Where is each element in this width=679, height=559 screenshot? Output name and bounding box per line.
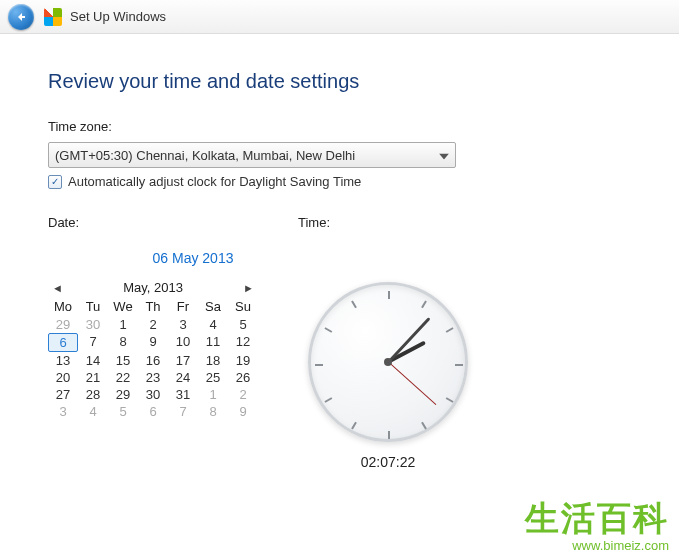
calendar-day: 5 [108, 403, 138, 420]
calendar-day[interactable]: 1 [108, 316, 138, 333]
calendar-weekday-header: Th [138, 297, 168, 316]
calendar-day[interactable]: 25 [198, 369, 228, 386]
calendar-day[interactable]: 11 [198, 333, 228, 352]
calendar-day[interactable]: 24 [168, 369, 198, 386]
calendar-month-label: May, 2013 [123, 280, 183, 295]
calendar-weekday-header: Fr [168, 297, 198, 316]
calendar-day[interactable]: 21 [78, 369, 108, 386]
clock-tick [388, 291, 390, 299]
calendar-grid: MoTuWeThFrSaSu29301234567891011121314151… [48, 297, 258, 420]
time-column: Time: [298, 215, 330, 250]
clock-second-hand [388, 362, 436, 406]
calendar-day: 7 [168, 403, 198, 420]
calendar-weekday-header: Tu [78, 297, 108, 316]
clock-tick [446, 327, 454, 333]
timezone-selected-text: (GMT+05:30) Chennai, Kolkata, Mumbai, Ne… [55, 148, 355, 163]
titlebar: Set Up Windows [0, 0, 679, 34]
dst-row: ✓ Automatically adjust clock for Dayligh… [48, 174, 631, 189]
clock-tick [351, 422, 357, 430]
watermark: 生活百科 www.bimeiz.com [525, 496, 669, 553]
page-heading: Review your time and date settings [48, 70, 631, 93]
timezone-label: Time zone: [48, 119, 631, 134]
dst-checkbox[interactable]: ✓ [48, 175, 62, 189]
calendar-weekday-header: Mo [48, 297, 78, 316]
clock-tick [455, 364, 463, 366]
calendar-day[interactable]: 26 [228, 369, 258, 386]
time-label: Time: [298, 215, 330, 230]
calendar-day[interactable]: 10 [168, 333, 198, 352]
windows-flag-icon [44, 8, 62, 26]
calendar-day[interactable]: 6 [48, 333, 78, 352]
calendar-day[interactable]: 12 [228, 333, 258, 352]
calendar-day: 29 [48, 316, 78, 333]
calendar-day[interactable]: 5 [228, 316, 258, 333]
setup-window: Set Up Windows Review your time and date… [0, 0, 679, 559]
calendar-day[interactable]: 7 [78, 333, 108, 352]
calendar-day: 1 [198, 386, 228, 403]
calendar-day: 9 [228, 403, 258, 420]
calendar-day[interactable]: 30 [138, 386, 168, 403]
dst-label: Automatically adjust clock for Daylight … [68, 174, 361, 189]
calendar-day[interactable]: 17 [168, 352, 198, 369]
calendar-day: 3 [48, 403, 78, 420]
calendar-day: 30 [78, 316, 108, 333]
calendar-day[interactable]: 29 [108, 386, 138, 403]
calendar-day[interactable]: 23 [138, 369, 168, 386]
calendar-day[interactable]: 16 [138, 352, 168, 369]
calendar-day[interactable]: 15 [108, 352, 138, 369]
clock-tick [446, 397, 454, 403]
date-column: Date: [48, 215, 298, 250]
calendar-day[interactable]: 19 [228, 352, 258, 369]
clock-tick [388, 431, 390, 439]
clock-tick [351, 300, 357, 308]
calendar-day: 2 [228, 386, 258, 403]
calendar-next-button[interactable]: ► [243, 282, 254, 294]
clock-tick [315, 364, 323, 366]
analog-clock [308, 282, 468, 442]
timezone-select[interactable]: (GMT+05:30) Chennai, Kolkata, Mumbai, Ne… [48, 142, 456, 168]
watermark-cn: 生活百科 [525, 496, 669, 542]
clock-tick [324, 397, 332, 403]
back-button[interactable] [8, 4, 34, 30]
window-title: Set Up Windows [70, 9, 166, 24]
clock-center-pin [384, 358, 392, 366]
calendar-weekday-header: Sa [198, 297, 228, 316]
calendar-day[interactable]: 2 [138, 316, 168, 333]
calendar-day: 6 [138, 403, 168, 420]
calendar-day[interactable]: 13 [48, 352, 78, 369]
calendar-weekday-header: We [108, 297, 138, 316]
calendar-day[interactable]: 27 [48, 386, 78, 403]
chevron-down-icon [439, 148, 449, 163]
calendar-day[interactable]: 22 [108, 369, 138, 386]
selected-date-display: 06 May 2013 [48, 250, 338, 266]
clock-tick [421, 422, 427, 430]
clock-column: 02:07:22 [308, 278, 468, 470]
date-label: Date: [48, 215, 298, 230]
calendar-prev-button[interactable]: ◄ [52, 282, 63, 294]
calendar-day[interactable]: 14 [78, 352, 108, 369]
calendar-day[interactable]: 31 [168, 386, 198, 403]
clock-tick [324, 327, 332, 333]
calendar-day: 4 [78, 403, 108, 420]
back-arrow-icon [15, 11, 27, 23]
calendar[interactable]: ◄ May, 2013 ► MoTuWeThFrSaSu293012345678… [48, 278, 258, 470]
clock-tick [421, 300, 427, 308]
calendar-day[interactable]: 4 [198, 316, 228, 333]
calendar-day[interactable]: 3 [168, 316, 198, 333]
calendar-day: 8 [198, 403, 228, 420]
time-display: 02:07:22 [361, 454, 416, 470]
calendar-day[interactable]: 9 [138, 333, 168, 352]
calendar-day[interactable]: 20 [48, 369, 78, 386]
content-area: Review your time and date settings Time … [0, 34, 679, 559]
calendar-day[interactable]: 8 [108, 333, 138, 352]
calendar-day[interactable]: 28 [78, 386, 108, 403]
calendar-weekday-header: Su [228, 297, 258, 316]
calendar-day[interactable]: 18 [198, 352, 228, 369]
